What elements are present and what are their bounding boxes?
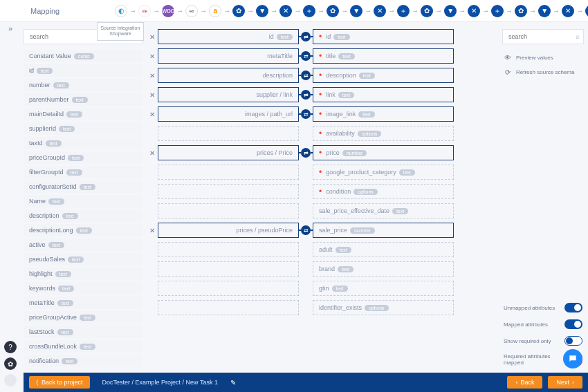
node-plus[interactable]: ＋ [303,5,315,17]
node-woo[interactable]: woo [162,5,174,17]
source-attribute[interactable]: parentNumbertext [24,93,143,106]
connector-icon[interactable]: ⇄ [301,71,311,80]
destination-slot[interactable]: •pricenumber [313,145,454,160]
source-attribute[interactable]: taxIdtext [24,137,143,149]
source-attribute[interactable]: notificationtext [24,355,143,367]
node-menu[interactable]: ≡ [585,5,588,17]
node-amazon[interactable]: a [209,5,221,17]
source-attribute[interactable]: Constant Valueconst [24,50,143,62]
node-shuffle[interactable]: ✕ [468,5,480,17]
node-gear[interactable]: ✿ [232,5,245,17]
source-attribute[interactable]: priceGroupActivetext [24,311,143,324]
source-attribute[interactable]: priceGroupIdtext [24,151,143,164]
destination-slot[interactable]: •availabilityoptions [313,126,454,141]
connector-icon[interactable]: ⇄ [301,90,311,100]
node-gear[interactable]: ✿ [327,5,339,17]
avatar[interactable] [4,374,17,386]
connector-icon[interactable]: ⇄ [301,51,311,61]
source-attribute[interactable]: mainDetailIdtext [24,108,143,120]
source-slot[interactable]: description [158,68,299,83]
destination-slot[interactable]: sale_pricenumber [313,223,454,238]
source-attribute[interactable]: crossBundleLooktext [24,340,143,353]
source-attribute[interactable]: pseudoSalestext [24,253,143,265]
connector-icon[interactable]: ⇄ [301,109,311,119]
source-slot[interactable]: idtext [158,29,299,44]
source-attribute[interactable]: metaTitletext [24,297,143,309]
delete-mapping-icon[interactable]: ✕ [147,149,158,157]
delete-mapping-icon[interactable]: ✕ [147,72,158,80]
sidebar-toggle-icon[interactable]: » [8,24,12,32]
source-attribute[interactable]: numbertext [24,79,143,91]
source-attribute[interactable]: descriptionLongtext [24,224,143,236]
node-filter[interactable]: ▼ [350,5,362,17]
source-slot[interactable] [158,281,299,296]
node-filter[interactable]: ▼ [256,5,268,17]
edit-icon[interactable]: ✎ [230,379,236,386]
help-icon[interactable]: ? [4,341,17,353]
source-attribute[interactable]: keywordstext [24,282,143,295]
node-gear[interactable]: ✿ [515,5,527,17]
source-slot[interactable]: prices / pseudoPrice [158,223,299,238]
node-plus[interactable]: ＋ [491,5,504,17]
source-slot[interactable] [158,203,299,218]
source-slot[interactable] [158,165,299,180]
source-attribute[interactable]: configuratorSetIdtext [24,180,143,193]
node-filter[interactable]: ▼ [444,5,457,17]
prev-button[interactable]: ‹ Back [507,376,542,389]
source-slot[interactable] [158,300,299,315]
source-slot[interactable] [158,242,299,257]
source-attribute[interactable]: supplierIdtext [24,122,143,135]
delete-mapping-icon[interactable]: ✕ [147,33,158,41]
refresh-schema-link[interactable]: ⟳ Refresh source schema [504,68,584,76]
node-shopware[interactable]: ◐ [115,5,127,17]
source-slot[interactable]: supplier / link [158,87,299,102]
search-icon[interactable]: ⌕ [576,32,580,40]
source-slot[interactable]: prices / Price [158,145,299,160]
node-filter[interactable]: ▼ [538,5,551,17]
delete-mapping-icon[interactable]: ✕ [147,91,158,99]
intercom-launcher[interactable] [563,349,582,368]
destination-slot[interactable]: •linktext [313,87,454,102]
destination-slot[interactable]: •titletext [313,48,454,64]
destination-slot[interactable]: •descriptiontext [313,68,454,83]
gear-icon[interactable]: ✿ [4,357,17,370]
destination-slot[interactable]: adulttext [313,242,454,257]
node-shuffle[interactable]: ✕ [562,5,574,17]
destination-slot[interactable]: •image_linktext [313,106,454,122]
connector-icon[interactable]: ⇄ [301,225,311,235]
source-slot[interactable] [158,126,299,141]
connector-icon[interactable]: ⇄ [301,32,311,41]
next-button[interactable]: Next › [548,376,582,389]
source-attribute[interactable]: descriptiontext [24,209,143,222]
node-ebay[interactable]: eb [185,5,198,17]
preview-values-link[interactable]: 👁 Preview values [504,54,584,62]
source-attribute[interactable]: idtext [24,64,143,77]
source-attribute[interactable]: activetext [24,239,143,251]
node-idealo[interactable]: ide [138,5,151,17]
destination-slot[interactable]: gtintext [313,281,454,296]
toggle-switch[interactable] [564,319,582,329]
toggle-switch[interactable] [564,336,582,346]
destination-slot[interactable]: •idtext [313,29,454,44]
source-slot[interactable] [158,184,299,199]
source-slot[interactable] [158,261,299,277]
source-slot[interactable]: images / path_url [158,106,299,122]
destination-slot[interactable]: brandtext [313,261,454,277]
delete-mapping-icon[interactable]: ✕ [147,53,158,60]
source-attribute[interactable]: highlighttext [24,268,143,280]
destination-slot[interactable]: identifier_existsoptions [313,300,454,315]
source-attribute[interactable]: modetext [24,369,143,370]
node-shuffle[interactable]: ✕ [374,5,386,17]
back-to-project-button[interactable]: ⟨ Back to project [29,376,90,389]
destination-slot[interactable]: sale_price_effective_datetext [313,203,454,218]
source-attribute[interactable]: Nametext [24,195,143,207]
destination-slot[interactable]: •google_product_categorytext [313,165,454,180]
delete-mapping-icon[interactable]: ✕ [147,111,158,118]
destination-slot[interactable]: •conditionoptions [313,184,454,199]
toggle-switch[interactable] [564,303,582,312]
node-gear[interactable]: ✿ [421,5,433,17]
source-slot[interactable]: metaTitle [158,48,299,64]
connector-icon[interactable]: ⇄ [301,148,311,158]
node-plus[interactable]: ＋ [397,5,410,17]
node-shuffle[interactable]: ✕ [279,5,292,17]
